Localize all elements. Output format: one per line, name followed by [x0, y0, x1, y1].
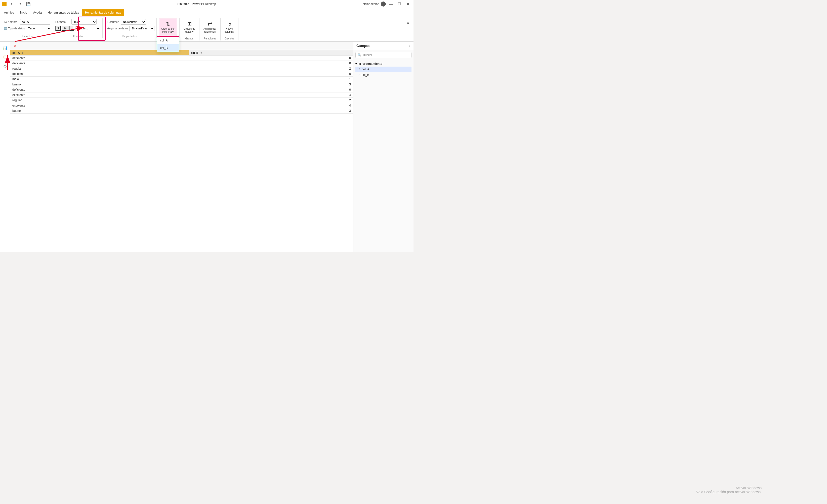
col-b-sort-icon: ▼	[200, 52, 202, 54]
sort-col-a-option[interactable]: col_A	[157, 37, 179, 44]
formato-select[interactable]: Texto	[71, 19, 97, 24]
field-col-a[interactable]: A col_A	[355, 67, 411, 72]
currency-button[interactable]: $	[55, 26, 61, 31]
resumen-row: ∑ Resumen No resumir	[105, 18, 146, 25]
signin-area[interactable]: Iniciar sesión — ❐ ✕	[362, 0, 411, 7]
titlebar: ↶ ↷ 💾 Sin título - Power BI Desktop Inic…	[0, 0, 414, 8]
table-row: excelente4	[10, 103, 353, 108]
calculos-group-label: Cálculos	[223, 36, 236, 40]
col-b-header[interactable]: col_B ▼	[189, 50, 353, 56]
fields-panel-toggle[interactable]: »	[408, 44, 410, 48]
close-table-button[interactable]: ✕	[12, 43, 18, 49]
menu-herramientas-tablas[interactable]: Herramientas de tablas	[45, 9, 82, 16]
cell-col-b: 2	[189, 98, 353, 103]
ribbon: 🏷 Nombre 🔤 Tipo de datos Texto Número Fe…	[0, 17, 414, 42]
nombre-input[interactable]	[20, 19, 50, 24]
menubar: Archivo Inicio Ayuda Herramientas de tab…	[0, 8, 414, 17]
formato-row: Formato Texto	[55, 18, 97, 25]
resumen-label: ∑ Resumen	[105, 20, 120, 23]
undo-button[interactable]: ↶	[8, 0, 15, 7]
close-button[interactable]: ✕	[404, 0, 411, 7]
ribbon-group-ordenar: ⇅ Ordenar porcolumna ▾ col_A col_B	[157, 18, 180, 38]
table-row: regular2	[10, 98, 353, 103]
ordenar-columna-button[interactable]: ⇅ Ordenar porcolumna ▾	[159, 18, 177, 36]
field-col-b[interactable]: Σ col_B	[355, 72, 411, 78]
cell-col-a: bueno	[10, 108, 189, 114]
fields-panel-title: Campos	[356, 44, 370, 48]
menu-ayuda[interactable]: Ayuda	[30, 9, 45, 16]
ribbon-group-propiedades: ∑ Resumen No resumir Categoría de datos …	[103, 18, 157, 38]
fields-panel-header: Campos »	[353, 42, 414, 50]
app-icon	[2, 2, 6, 6]
table-row: deficiente0	[10, 56, 353, 61]
percent-button[interactable]: %	[62, 26, 68, 31]
table-row: bueno3	[10, 108, 353, 114]
menu-inicio[interactable]: Inicio	[17, 9, 30, 16]
grupos-label: Grupos dedatos ▾	[184, 27, 195, 34]
maximize-button[interactable]: ❐	[396, 0, 403, 7]
resumen-select[interactable]: No resumir	[121, 19, 146, 24]
cell-col-b: 4	[189, 103, 353, 108]
format-btns-row: $ % , Autom...	[55, 25, 100, 32]
cell-col-a: excelente	[10, 93, 189, 98]
cell-col-b: 4	[189, 93, 353, 98]
ribbon-group-calculos: fx Nuevacolumna Cálculos	[221, 18, 238, 41]
model-view-icon[interactable]: ◇	[1, 62, 9, 70]
ribbon-group-grupos: ⊞ Grupos dedatos ▾ Grupos	[180, 18, 200, 41]
user-avatar	[381, 1, 386, 6]
report-view-icon[interactable]: 📊	[1, 44, 9, 52]
data-area: ✕ col_A ▼ col_B ▼ deficiente0deficiente0…	[10, 42, 353, 252]
sort-icon: ⇅	[166, 21, 170, 27]
fields-search-input[interactable]	[363, 53, 409, 57]
ribbon-group-formato: Formato Texto $ % , Autom... Formato	[53, 18, 103, 38]
save-button[interactable]: 💾	[25, 0, 32, 7]
table-toolbar: ✕	[10, 42, 353, 50]
cell-col-b: 0	[189, 87, 353, 93]
table-row: deficiente0	[10, 71, 353, 77]
relaciones-label: Administrarrelaciones	[203, 27, 216, 34]
nombre-row: 🏷 Nombre	[4, 18, 50, 25]
cell-col-a: deficiente	[10, 61, 189, 66]
section-label: ordenamiento	[362, 62, 382, 66]
sort-dropdown: col_A col_B	[157, 36, 179, 52]
propiedades-label: Propiedades	[105, 34, 154, 38]
cell-col-b: 3	[189, 82, 353, 87]
table-row: regular2	[10, 66, 353, 71]
categoria-row: Categoría de datos Sin clasificar	[105, 25, 154, 32]
data-view-icon[interactable]: ⊞	[1, 53, 9, 61]
table-body: deficiente0deficiente0regular2deficiente…	[10, 56, 353, 114]
administrar-relaciones-button[interactable]: ⇄ Administrarrelaciones	[201, 18, 218, 36]
menu-herramientas-columnas[interactable]: Herramientas de columnas	[82, 9, 124, 16]
cell-col-b: 2	[189, 66, 353, 71]
cell-col-a: malo	[10, 77, 189, 82]
comma-button[interactable]: ,	[69, 26, 74, 31]
collapse-ribbon-button[interactable]: ∧	[404, 19, 411, 26]
fields-panel: Campos » 🔍 ▾ ⊞ ordenamiento A col_A Σ co…	[353, 42, 414, 252]
categoria-select[interactable]: Sin clasificar	[129, 25, 154, 31]
redo-button[interactable]: ↷	[16, 0, 23, 7]
window-title: Sin título - Power BI Desktop	[32, 2, 362, 6]
col-a-sort-icon: ▼	[21, 52, 24, 54]
numeric-field-icon: Σ	[358, 73, 360, 76]
cell-col-a: regular	[10, 98, 189, 103]
table-row: deficiente0	[10, 87, 353, 93]
nueva-columna-label: Nuevacolumna	[225, 27, 234, 34]
ribbon-group-relaciones: ⇄ Administrarrelaciones Relaciones	[199, 18, 221, 41]
formato-label: Formato	[55, 20, 70, 23]
menu-archivo[interactable]: Archivo	[1, 9, 17, 16]
fields-search-box[interactable]: 🔍	[355, 52, 411, 58]
estructura-label: Estructura	[4, 34, 51, 38]
sort-col-b-option[interactable]: col_B	[157, 44, 179, 52]
cell-col-a: deficiente	[10, 56, 189, 61]
grupos-icon: ⊞	[187, 21, 192, 27]
search-icon: 🔍	[358, 53, 361, 57]
relaciones-icon: ⇄	[208, 21, 212, 27]
tipo-datos-select[interactable]: Texto Número Fecha	[26, 25, 51, 31]
decimal-select[interactable]: Autom...	[75, 25, 100, 31]
cell-col-b: 0	[189, 56, 353, 61]
grupos-datos-button[interactable]: ⊞ Grupos dedatos ▾	[182, 18, 197, 36]
fields-tree: ▾ ⊞ ordenamiento A col_A Σ col_B	[353, 60, 414, 79]
fields-section-ordenamiento[interactable]: ▾ ⊞ ordenamiento	[355, 61, 411, 67]
minimize-button[interactable]: —	[387, 0, 394, 7]
nueva-columna-button[interactable]: fx Nuevacolumna	[223, 18, 236, 36]
